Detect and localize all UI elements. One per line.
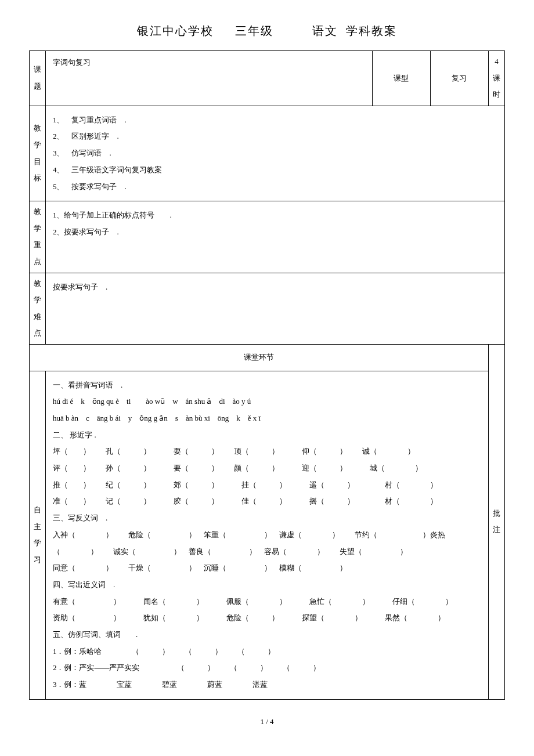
- label-type: 课型: [372, 51, 430, 106]
- keypoints-cell: 1、给句子加上正确的标点符号 . 2、按要求写句子 .: [45, 201, 504, 273]
- goal-item: 3、 仿写词语 .: [53, 146, 497, 161]
- goal-item: 4、 三年级语文字词句复习教案: [53, 163, 497, 178]
- study-line: 评（ ） 孙（ ） 要（ ） 颜（ ） 迎（ ） 城（ ）: [53, 461, 481, 476]
- label-notes: 批注: [489, 344, 505, 699]
- study-line: 同意（ ） 干燥（ ） 沉睡（ ） 模糊（ ）: [53, 561, 481, 576]
- label-goals: 教学目标: [30, 106, 46, 201]
- type-value: 复习: [430, 51, 488, 106]
- title-grade: 三年级: [235, 24, 273, 37]
- study-line: 资助（ ） 犹如（ ） 危险（ ） 探望（ ） 果然（ ）: [53, 611, 481, 625]
- label-self-study: 自主学习: [30, 371, 46, 699]
- lesson-plan-table: 课题 字词句复习 课型 复习 4 课时 教学目标 1、 复习重点词语 . 2、 …: [29, 50, 505, 700]
- topic-cell: 字词句复习: [45, 51, 372, 106]
- study-line: 三、写反义词 .: [53, 511, 481, 526]
- study-line: 有意（ ） 闻名（ ） 佩服（ ） 急忙（ ） 仔细（ ）: [53, 595, 481, 609]
- study-line: 2．例：严实——严严实实 （ ） （ ） （ ）: [53, 661, 481, 675]
- page-footer: 1 / 4: [29, 717, 505, 726]
- hours-value: 4: [490, 53, 503, 70]
- label-topic: 课题: [30, 51, 46, 106]
- study-cell: 一、看拼音写词语 . hú di é k ǒng qu è ti ào wǔ w…: [45, 371, 488, 699]
- study-line: 二、 形近字 .: [53, 428, 481, 443]
- study-line: huā b àn c āng b ái y ǒng g ǎn s àn bù x…: [53, 411, 481, 426]
- study-line: 1．例：乐哈哈 （ ） （ ） （ ）: [53, 645, 481, 659]
- goal-item: 1、 复习重点词语 .: [53, 113, 497, 128]
- section-title: 课堂环节: [30, 344, 489, 371]
- study-line: 五、仿例写词、填词 .: [53, 628, 481, 642]
- title-suffix: 学科教案: [346, 24, 397, 37]
- goals-cell: 1、 复习重点词语 . 2、 区别形近字 . 3、 仿写词语 . 4、 三年级语…: [45, 106, 504, 201]
- study-line: 一、看拼音写词语 .: [53, 378, 481, 393]
- hours-suffix: 课时: [490, 70, 503, 103]
- goal-item: 5、 按要求写句子 .: [53, 180, 497, 194]
- study-line: 准（ ） 记（ ） 胶（ ） 佳（ ） 摇（ ） 材（ ）: [53, 494, 481, 509]
- study-line: 四、写出近义词 .: [53, 578, 481, 592]
- goal-item: 2、 区别形近字 .: [53, 129, 497, 144]
- study-line: 推（ ） 纪（ ） 郊（ ） 挂（ ） 遥（ ） 村（ ）: [53, 478, 481, 493]
- difficult-cell: 按要求写句子 .: [45, 273, 504, 344]
- page-title: 银江中心学校 三年级 语文 学科教案: [29, 23, 505, 39]
- hours-cell: 4 课时: [489, 51, 505, 106]
- label-keypoints: 教学重点: [30, 201, 46, 273]
- title-subject: 语文: [312, 24, 338, 37]
- study-line: （ ） 诚实（ ） 善良（ ） 容易（ ） 失望（ ）: [53, 545, 481, 559]
- study-line: 3．例：蓝 宝蓝 碧蓝 蔚蓝 湛蓝: [53, 678, 481, 692]
- study-line: hú di é k ǒng qu è ti ào wǔ w án shu ǎ d…: [53, 395, 481, 409]
- keypoint-item: 1、给句子加上正确的标点符号 .: [53, 208, 497, 223]
- difficult-text: 按要求写句子 .: [53, 280, 497, 295]
- label-difficult: 教学难点: [30, 273, 46, 344]
- topic-value: 字词句复习: [53, 58, 91, 67]
- keypoint-item: 2、按要求写句子 .: [53, 225, 497, 240]
- title-school: 银江中心学校: [137, 24, 214, 37]
- study-line: 坪（ ） 孔（ ） 耍（ ） 顶（ ） 仰（ ） 诚（ ）: [53, 444, 481, 459]
- study-line: 入神（ ） 危险（ ） 笨重（ ） 谦虚（ ） 节约（ ）炎热: [53, 528, 481, 542]
